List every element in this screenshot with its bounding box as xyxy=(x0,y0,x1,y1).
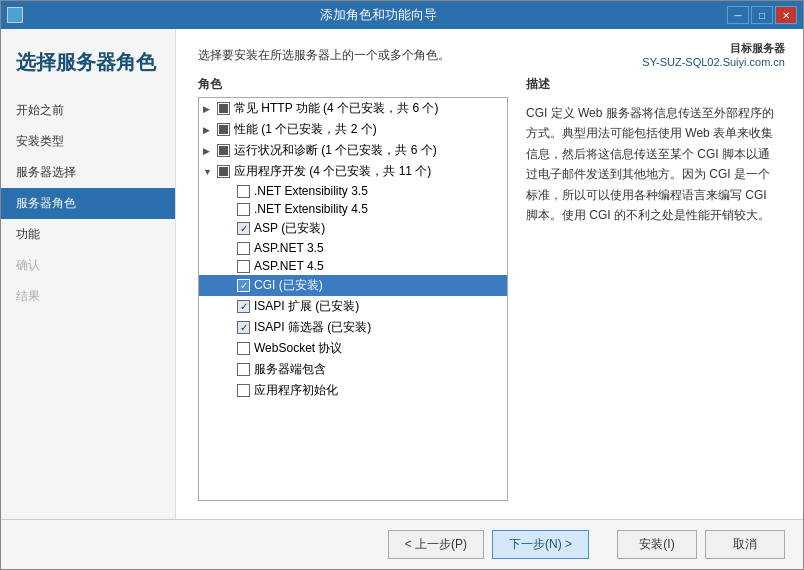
checkbox[interactable] xyxy=(217,144,230,157)
expand-icon[interactable]: ▼ xyxy=(203,167,217,177)
title-bar: 添加角色和功能向导 ─ □ ✕ xyxy=(1,1,803,29)
sidebar-item-install-type[interactable]: 安装类型 xyxy=(1,126,175,157)
checkbox[interactable] xyxy=(237,384,250,397)
main-content: 选择要安装在所选服务器上的一个或多个角色。 角色 ▶ 常见 HTTP 功能 (4… xyxy=(176,29,803,519)
prev-button[interactable]: < 上一步(P) xyxy=(388,530,484,559)
cancel-button[interactable]: 取消 xyxy=(705,530,785,559)
checkbox[interactable] xyxy=(217,165,230,178)
columns-area: 角色 ▶ 常见 HTTP 功能 (4 个已安装，共 6 个) ▶ xyxy=(198,76,781,501)
tree-row[interactable]: ▶ 性能 (1 个已安装，共 2 个) xyxy=(199,119,507,140)
role-label: 常见 HTTP 功能 (4 个已安装，共 6 个) xyxy=(234,100,438,117)
sidebar-item-features[interactable]: 功能 xyxy=(1,219,175,250)
role-label: 应用程序初始化 xyxy=(254,382,338,399)
description-header: 描述 xyxy=(526,76,781,93)
tree-row[interactable]: 应用程序初始化 xyxy=(199,380,507,401)
role-label: ASP (已安装) xyxy=(254,220,325,237)
tree-row[interactable]: ✓ ISAPI 扩展 (已安装) xyxy=(199,296,507,317)
checkbox[interactable] xyxy=(217,123,230,136)
tree-row[interactable]: ▶ 常见 HTTP 功能 (4 个已安装，共 6 个) xyxy=(199,98,507,119)
checkbox[interactable]: ✓ xyxy=(237,300,250,313)
tree-row[interactable]: .NET Extensibility 4.5 xyxy=(199,200,507,218)
checkbox-partial-icon xyxy=(219,167,228,176)
tree-row-selected[interactable]: ✓ CGI (已安装) xyxy=(199,275,507,296)
expand-icon[interactable]: ▶ xyxy=(203,146,217,156)
checkbox[interactable] xyxy=(237,363,250,376)
sidebar-item-confirm: 确认 xyxy=(1,250,175,281)
roles-header: 角色 xyxy=(198,76,508,93)
checkbox[interactable] xyxy=(237,260,250,273)
role-label: 运行状况和诊断 (1 个已安装，共 6 个) xyxy=(234,142,437,159)
role-label: 服务器端包含 xyxy=(254,361,326,378)
tree-row[interactable]: ✓ ASP (已安装) xyxy=(199,218,507,239)
checkmark-icon: ✓ xyxy=(240,322,248,333)
role-label: ISAPI 扩展 (已安装) xyxy=(254,298,359,315)
checkmark-icon: ✓ xyxy=(240,223,248,234)
roles-tree[interactable]: ▶ 常见 HTTP 功能 (4 个已安装，共 6 个) ▶ 性能 (1 个已安装… xyxy=(198,97,508,501)
target-server-value: SY-SUZ-SQL02.Suiyi.com.cn xyxy=(642,56,785,68)
sidebar-item-start[interactable]: 开始之前 xyxy=(1,95,175,126)
description-column: 描述 CGI 定义 Web 服务器将信息传送至外部程序的方式。典型用法可能包括使… xyxy=(526,76,781,501)
checkbox[interactable]: ✓ xyxy=(237,222,250,235)
role-label: 性能 (1 个已安装，共 2 个) xyxy=(234,121,377,138)
window-controls: ─ □ ✕ xyxy=(727,6,797,24)
tree-row[interactable]: WebSocket 协议 xyxy=(199,338,507,359)
checkbox-partial-icon xyxy=(219,125,228,134)
role-label: ASP.NET 4.5 xyxy=(254,259,324,273)
main-wrapper: 目标服务器 SY-SUZ-SQL02.Suiyi.com.cn 选择要安装在所选… xyxy=(176,29,803,519)
checkbox[interactable]: ✓ xyxy=(237,321,250,334)
tree-row[interactable]: 服务器端包含 xyxy=(199,359,507,380)
sidebar-item-server-select[interactable]: 服务器选择 xyxy=(1,157,175,188)
target-server-label: 目标服务器 xyxy=(642,41,785,56)
checkbox[interactable] xyxy=(237,185,250,198)
role-label: .NET Extensibility 3.5 xyxy=(254,184,368,198)
sidebar: 选择服务器角色 开始之前 安装类型 服务器选择 服务器角色 功能 确认 结果 xyxy=(1,29,176,519)
role-label: WebSocket 协议 xyxy=(254,340,342,357)
tree-row[interactable]: ASP.NET 4.5 xyxy=(199,257,507,275)
expand-icon[interactable]: ▶ xyxy=(203,125,217,135)
role-label: ISAPI 筛选器 (已安装) xyxy=(254,319,371,336)
content-area: 选择服务器角色 开始之前 安装类型 服务器选择 服务器角色 功能 确认 结果 目… xyxy=(1,29,803,519)
checkbox[interactable] xyxy=(217,102,230,115)
tree-row[interactable]: ▶ 运行状况和诊断 (1 个已安装，共 6 个) xyxy=(199,140,507,161)
minimize-button[interactable]: ─ xyxy=(727,6,749,24)
target-server-info: 目标服务器 SY-SUZ-SQL02.Suiyi.com.cn xyxy=(642,41,785,68)
tree-row[interactable]: ▼ 应用程序开发 (4 个已安装，共 11 个) xyxy=(199,161,507,182)
checkbox-partial-icon xyxy=(219,146,228,155)
close-button[interactable]: ✕ xyxy=(775,6,797,24)
checkbox-partial-icon xyxy=(219,104,228,113)
role-label: .NET Extensibility 4.5 xyxy=(254,202,368,216)
tree-row[interactable]: .NET Extensibility 3.5 xyxy=(199,182,507,200)
expand-icon[interactable]: ▶ xyxy=(203,104,217,114)
checkmark-icon: ✓ xyxy=(240,301,248,312)
sidebar-title: 选择服务器角色 xyxy=(1,49,175,95)
tree-row[interactable]: ASP.NET 3.5 xyxy=(199,239,507,257)
checkbox[interactable]: ✓ xyxy=(237,279,250,292)
checkbox[interactable] xyxy=(237,342,250,355)
next-button[interactable]: 下一步(N) > xyxy=(492,530,589,559)
role-label: ASP.NET 3.5 xyxy=(254,241,324,255)
checkmark-icon: ✓ xyxy=(240,280,248,291)
checkbox[interactable] xyxy=(237,242,250,255)
maximize-button[interactable]: □ xyxy=(751,6,773,24)
roles-column: 角色 ▶ 常见 HTTP 功能 (4 个已安装，共 6 个) ▶ xyxy=(198,76,508,501)
sidebar-item-results: 结果 xyxy=(1,281,175,312)
role-label: CGI (已安装) xyxy=(254,277,323,294)
description-text: CGI 定义 Web 服务器将信息传送至外部程序的方式。典型用法可能包括使用 W… xyxy=(526,103,781,225)
sidebar-item-server-roles[interactable]: 服务器角色 xyxy=(1,188,175,219)
tree-row[interactable]: ✓ ISAPI 筛选器 (已安装) xyxy=(199,317,507,338)
app-icon xyxy=(7,7,23,23)
role-label: 应用程序开发 (4 个已安装，共 11 个) xyxy=(234,163,431,180)
install-button[interactable]: 安装(I) xyxy=(617,530,697,559)
checkbox[interactable] xyxy=(237,203,250,216)
footer: < 上一步(P) 下一步(N) > 安装(I) 取消 xyxy=(1,519,803,569)
window-title: 添加角色和功能向导 xyxy=(29,6,727,24)
main-window: 添加角色和功能向导 ─ □ ✕ 选择服务器角色 开始之前 安装类型 服务器选择 … xyxy=(0,0,804,570)
